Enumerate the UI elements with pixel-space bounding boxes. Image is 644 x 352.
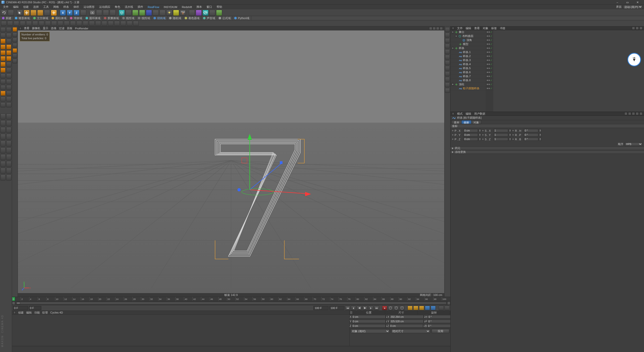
mat-tab-cycles[interactable]: Cycles 4D bbox=[50, 311, 63, 314]
keyopt-4[interactable] bbox=[425, 306, 430, 310]
lt-tex17[interactable] bbox=[1, 168, 6, 174]
lt-11[interactable] bbox=[1, 56, 6, 61]
add-generator[interactable] bbox=[139, 10, 145, 16]
sub-tool-11[interactable] bbox=[64, 21, 69, 26]
sub-tool-10[interactable] bbox=[58, 21, 63, 26]
tree-flags-row[interactable]: ✓ bbox=[486, 78, 493, 82]
tree-flags-row[interactable]: ✓ bbox=[486, 54, 493, 58]
timeline-tick[interactable]: 30 bbox=[141, 297, 149, 301]
vp-options[interactable]: 选项 bbox=[51, 26, 56, 30]
timeline-tick[interactable]: 66 bbox=[296, 297, 304, 301]
obj-config-icon[interactable] bbox=[639, 27, 642, 30]
start-frame[interactable]: 0 F bbox=[13, 306, 28, 310]
attr-lock-icon[interactable] bbox=[636, 112, 639, 115]
psr-tool[interactable]: PSR0 bbox=[180, 10, 186, 16]
objtab-book[interactable]: 书签 bbox=[500, 26, 505, 30]
add-light2[interactable] bbox=[173, 10, 179, 16]
material-area[interactable] bbox=[12, 315, 349, 346]
timeline-scrub[interactable] bbox=[12, 301, 450, 305]
timeline-tick[interactable]: 54 bbox=[244, 297, 253, 301]
scrub-handle[interactable] bbox=[17, 302, 20, 304]
menu-plugins[interactable]: 插件 bbox=[136, 5, 145, 9]
lt-27[interactable] bbox=[1, 102, 6, 107]
window-minimize[interactable]: – bbox=[612, 0, 622, 5]
attr-subtab-coord[interactable]: 坐标 bbox=[461, 120, 471, 124]
tree-node[interactable]: 样条.2 bbox=[451, 54, 486, 58]
timeline-tick[interactable]: 70 bbox=[313, 297, 321, 301]
obj-grab-icon[interactable] bbox=[452, 27, 454, 29]
add-deformer[interactable] bbox=[146, 10, 152, 16]
vp-grab-icon[interactable] bbox=[19, 27, 21, 30]
tree-node[interactable]: 样条.4 bbox=[451, 62, 486, 66]
shelf-radial[interactable]: 径向域 bbox=[156, 16, 166, 20]
menu-file[interactable]: 文件 bbox=[2, 5, 10, 9]
menu-script[interactable]: 脚本 bbox=[195, 5, 204, 9]
plugin-1[interactable] bbox=[189, 10, 195, 16]
menu-window[interactable]: 窗口 bbox=[205, 5, 214, 9]
timeline-tick[interactable]: 6 bbox=[38, 297, 46, 301]
opt-2[interactable] bbox=[445, 306, 450, 310]
timeline-tick[interactable]: 82 bbox=[364, 297, 373, 301]
shelf-shader[interactable]: 着色器域 bbox=[188, 16, 200, 20]
mat-tab-func[interactable]: 功能 bbox=[34, 311, 40, 315]
timeline-tick[interactable]: 100 bbox=[442, 297, 450, 301]
lt-19[interactable] bbox=[1, 79, 6, 84]
attr-nav-fwd-icon[interactable] bbox=[632, 112, 635, 115]
mode-4[interactable] bbox=[13, 43, 17, 48]
record-button[interactable]: ● bbox=[382, 306, 387, 310]
coord-pos-Z[interactable] bbox=[352, 324, 386, 328]
timeline-tick[interactable]: 56 bbox=[253, 297, 261, 301]
timeline-tick[interactable]: 78 bbox=[347, 297, 356, 301]
sub-tool-2[interactable] bbox=[7, 21, 13, 26]
move-tool[interactable] bbox=[24, 10, 30, 16]
attr-tab-mode[interactable]: 模式 bbox=[457, 112, 463, 116]
obj-eye-icon[interactable] bbox=[636, 27, 639, 30]
lt-10[interactable] bbox=[6, 50, 11, 55]
mode-5[interactable] bbox=[13, 48, 17, 53]
menu-motiontrack[interactable]: 运动跟踪 bbox=[98, 5, 112, 9]
sub-tool-3[interactable] bbox=[14, 21, 19, 26]
add-cube[interactable] bbox=[119, 10, 125, 16]
sub-tool-19[interactable] bbox=[114, 21, 120, 26]
timeline-tick[interactable]: 32 bbox=[150, 297, 158, 301]
timeline-tick[interactable]: 24 bbox=[115, 297, 124, 301]
timeline-tick[interactable]: 8 bbox=[47, 297, 55, 301]
vp-panel[interactable]: 面板 bbox=[67, 26, 72, 30]
render-region[interactable] bbox=[96, 10, 102, 16]
lt-25[interactable] bbox=[1, 97, 6, 102]
objtab-obj[interactable]: 对象 bbox=[483, 26, 488, 30]
autokey-1[interactable]: ◯ bbox=[388, 306, 393, 310]
viewport-canvas[interactable]: Number of emitters: 0 Total live particl… bbox=[18, 30, 444, 293]
axis-y-lock[interactable]: Y bbox=[67, 10, 73, 16]
timeline-tick[interactable]: 96 bbox=[425, 297, 433, 301]
shelf-python[interactable]: Python域 bbox=[237, 16, 250, 20]
timeline-tick[interactable]: 42 bbox=[192, 297, 201, 301]
attr-tab-userdata[interactable]: 用户数据 bbox=[474, 112, 485, 116]
rpal-7[interactable] bbox=[445, 60, 450, 65]
object-tree[interactable]: -舞台-布料曲面顶角模型-样条样条.1样条.2样条.3样条.4样条.5样条.6样… bbox=[451, 30, 486, 112]
timeline-tick[interactable]: 34 bbox=[158, 297, 167, 301]
timeline-tick[interactable]: 62 bbox=[278, 297, 287, 301]
shelf-linear2[interactable]: 线性域 bbox=[141, 16, 151, 20]
scrub-left[interactable] bbox=[12, 301, 15, 305]
timeline-tick[interactable]: 36 bbox=[167, 297, 175, 301]
lt-1[interactable] bbox=[1, 27, 6, 32]
rpal-9[interactable] bbox=[445, 71, 450, 76]
attr-section-quat[interactable]: 四元 bbox=[451, 146, 644, 150]
vp-nav-4[interactable] bbox=[440, 27, 443, 30]
lt-tex1[interactable] bbox=[1, 113, 6, 119]
end-frame-2[interactable]: 100 F bbox=[329, 306, 344, 310]
lt-17[interactable] bbox=[1, 73, 6, 78]
tree-flags-row[interactable]: ✓ bbox=[486, 62, 493, 66]
lt-8[interactable] bbox=[6, 45, 11, 50]
menu-mograph[interactable]: 运动图形 bbox=[82, 5, 96, 9]
attr-nav-up-icon[interactable] bbox=[628, 112, 631, 115]
mode-7[interactable] bbox=[13, 59, 17, 63]
timeline-tick[interactable]: 92 bbox=[407, 297, 416, 301]
add-environment[interactable] bbox=[153, 10, 159, 16]
attr-input[interactable] bbox=[524, 129, 538, 132]
lt-9[interactable] bbox=[1, 50, 6, 55]
tree-flags-row[interactable]: ✓ bbox=[486, 86, 493, 91]
autokey-3[interactable]: ◯ bbox=[399, 306, 405, 310]
lt-13[interactable] bbox=[1, 62, 6, 67]
